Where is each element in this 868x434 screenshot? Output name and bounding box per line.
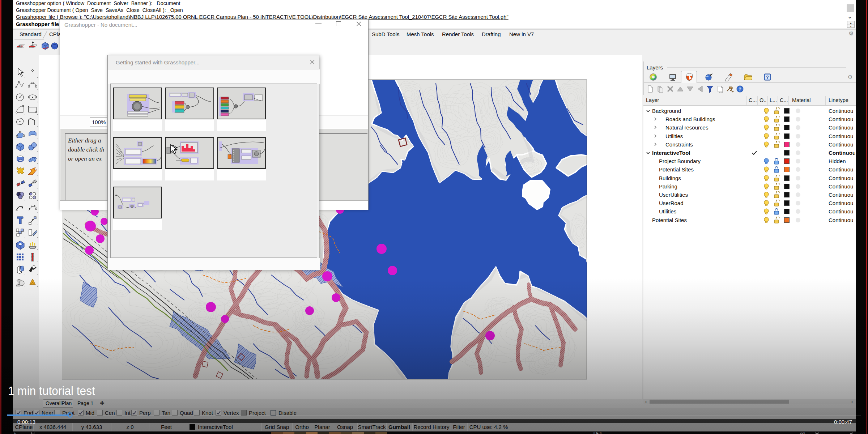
svg-text:?: ?: [766, 75, 769, 80]
svg-text:?: ?: [739, 86, 741, 92]
